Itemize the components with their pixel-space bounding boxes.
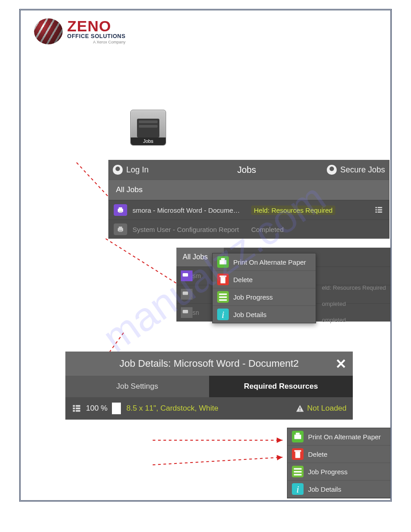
svg-rect-47 [294, 468, 301, 469]
printer-icon [217, 256, 229, 268]
svg-line-41 [153, 457, 283, 465]
job-details-panel: Job Details: Microsoft Word - Document2 … [65, 352, 353, 420]
brand-logo: ZENO OFFICE SOLUTIONS A Xerox Company [34, 18, 125, 44]
job-status-held: Held: Resources Required [251, 206, 335, 215]
svg-rect-44 [296, 433, 300, 434]
job-name: sm [193, 272, 201, 279]
jobs-panel-title: Jobs [184, 165, 309, 175]
svg-rect-24 [219, 293, 227, 295]
menu-progress[interactable]: Job Progress [213, 288, 316, 306]
warning-icon [295, 404, 304, 413]
close-button[interactable]: ✕ [335, 356, 347, 372]
secure-jobs-button[interactable]: Secure Jobs [309, 165, 390, 175]
svg-rect-18 [183, 292, 188, 295]
svg-rect-26 [219, 299, 227, 300]
resource-icon [72, 403, 81, 413]
resource-description: 8.5 x 11", Cardstock, White [126, 404, 295, 413]
user-icon [113, 165, 123, 175]
not-loaded-warning: Not Loaded [295, 404, 347, 413]
svg-rect-43 [294, 435, 301, 439]
svg-rect-34 [73, 410, 75, 412]
menu-details[interactable]: i Job Details [287, 481, 390, 498]
resource-row[interactable]: 100 % 8.5 x 11", Cardstock, White Not Lo… [65, 397, 353, 420]
menu-label: Print On Alternate Paper [308, 433, 381, 441]
svg-rect-11 [378, 211, 382, 213]
logo-main-text: ZENO [67, 18, 125, 34]
progress-icon [292, 466, 304, 477]
svg-rect-33 [76, 408, 80, 409]
svg-rect-37 [300, 408, 300, 410]
trash-icon [217, 274, 229, 285]
svg-rect-17 [183, 273, 188, 277]
jobs-app-tile[interactable]: Jobs [130, 110, 166, 146]
svg-rect-20 [219, 260, 226, 265]
svg-marker-40 [277, 438, 283, 443]
job-row-held[interactable]: smora - Microsoft Word - Docume… Held: R… [108, 200, 390, 219]
menu-print-alternate[interactable]: Print On Alternate Paper [287, 428, 390, 446]
menu-details[interactable]: i Job Details [213, 306, 316, 323]
svg-rect-9 [378, 209, 382, 210]
svg-text:i: i [222, 309, 224, 320]
svg-rect-35 [76, 410, 80, 412]
login-label: Log In [126, 165, 149, 175]
jobs-panel-header: Log In Jobs Secure Jobs [108, 160, 390, 180]
printer-icon [181, 270, 193, 281]
jobs-panel: Log In Jobs Secure Jobs All Jobs smora -… [108, 160, 390, 239]
svg-rect-30 [73, 405, 75, 407]
bg-status-column: eld: Resources Required ompleted omplete… [322, 280, 386, 328]
trash-icon [292, 448, 304, 460]
svg-rect-23 [219, 275, 226, 277]
job-name: sn [193, 309, 199, 316]
list-icon[interactable] [373, 206, 384, 215]
menu-label: Job Progress [308, 468, 347, 476]
progress-icon [217, 291, 229, 303]
all-jobs-header[interactable]: All Jobs [108, 180, 390, 200]
svg-rect-22 [221, 277, 226, 283]
svg-rect-45 [295, 452, 300, 458]
svg-marker-42 [277, 455, 283, 460]
tab-required-resources[interactable]: Required Resources [209, 376, 353, 397]
job-row-completed[interactable]: System User - Configuration Report Compl… [108, 219, 390, 239]
printer-icon [181, 307, 193, 318]
svg-rect-25 [219, 296, 227, 298]
job-context-menu: Print On Alternate Paper Delete Job Prog… [212, 253, 316, 323]
info-icon: i [217, 309, 229, 320]
menu-print-alternate[interactable]: Print On Alternate Paper [213, 253, 316, 271]
printer-icon [114, 204, 127, 216]
svg-rect-14 [119, 230, 122, 232]
svg-rect-4 [119, 207, 122, 209]
logo-tagline: A Xerox Company [67, 40, 125, 44]
svg-rect-7 [378, 207, 382, 208]
svg-rect-13 [119, 227, 122, 228]
job-details-title: Job Details: Microsoft Word - Document2 [120, 358, 299, 369]
menu-progress[interactable]: Job Progress [287, 463, 390, 481]
paper-swatch-icon [112, 403, 121, 414]
page-frame: ZENO OFFICE SOLUTIONS A Xerox Company ma… [19, 9, 392, 502]
menu-label: Job Details [308, 485, 341, 493]
svg-rect-38 [300, 410, 300, 411]
logo-sphere-icon [34, 18, 63, 44]
menu-label: Print On Alternate Paper [233, 258, 306, 266]
info-icon: i [292, 483, 304, 495]
secure-jobs-label: Secure Jobs [340, 165, 385, 175]
svg-rect-8 [376, 209, 377, 210]
menu-delete[interactable]: Delete [213, 271, 316, 288]
logo-sub-text: OFFICE SOLUTIONS [67, 34, 125, 39]
menu-label: Delete [233, 276, 253, 283]
job-name: smora - Microsoft Word - Docume… [133, 206, 251, 214]
svg-rect-46 [294, 450, 301, 451]
svg-rect-10 [376, 211, 377, 213]
svg-rect-48 [294, 471, 301, 472]
menu-delete[interactable]: Delete [287, 446, 390, 463]
bottom-context-menu: Print On Alternate Paper Delete Job Prog… [287, 428, 391, 498]
printer-icon [181, 289, 193, 300]
tab-job-settings[interactable]: Job Settings [65, 376, 209, 397]
svg-rect-19 [183, 310, 188, 313]
svg-rect-49 [294, 474, 301, 475]
login-button[interactable]: Log In [108, 165, 184, 175]
svg-rect-21 [221, 258, 225, 260]
resource-percent: 100 % [86, 404, 107, 413]
svg-text:i: i [296, 484, 299, 495]
jobs-tile-label: Jobs [131, 137, 166, 145]
menu-label: Job Progress [233, 293, 273, 301]
